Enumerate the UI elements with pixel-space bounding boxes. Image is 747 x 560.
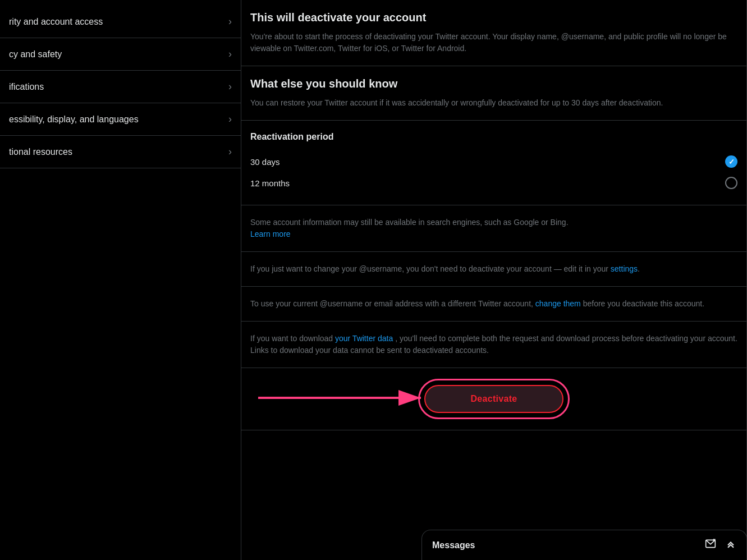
- settings-link[interactable]: settings: [611, 264, 638, 273]
- username-change-section: If you just want to change your @usernam…: [241, 252, 746, 287]
- sidebar-item-accessibility[interactable]: essibility, display, and languages ›: [0, 103, 241, 136]
- sidebar-item-label: cy and safety: [9, 49, 62, 59]
- main-content: This will deactivate your account You're…: [241, 0, 747, 560]
- current-username-section: To use your current @username or email a…: [241, 287, 746, 322]
- restore-text: You can restore your Twitter account if …: [250, 97, 737, 109]
- messages-icons: [705, 538, 736, 552]
- what-else-section: What else you should know You can restor…: [241, 66, 746, 121]
- deactivate-button[interactable]: Deactivate: [424, 385, 563, 413]
- twitter-data-link[interactable]: your Twitter data: [335, 334, 393, 343]
- what-else-title: What else you should know: [250, 77, 737, 90]
- radio-selected-icon: ✓: [725, 155, 737, 168]
- sidebar-item-notifications[interactable]: ifications ›: [0, 71, 241, 103]
- option-30-days-label: 30 days: [250, 157, 280, 167]
- compose-message-icon[interactable]: [705, 538, 716, 552]
- search-engines-text: Some account information may still be av…: [250, 217, 737, 240]
- title-section: This will deactivate your account You're…: [241, 0, 746, 66]
- sidebar: rity and account access › cy and safety …: [0, 0, 241, 560]
- current-username-text: To use your current @username or email a…: [250, 298, 737, 310]
- intro-text: You're about to start the process of dea…: [250, 31, 737, 54]
- radio-option-12-months[interactable]: 12 months: [250, 172, 737, 194]
- sidebar-item-label: essibility, display, and languages: [9, 114, 139, 125]
- username-change-text: If you just want to change your @usernam…: [250, 263, 737, 275]
- sidebar-item-privacy[interactable]: cy and safety ›: [0, 38, 241, 71]
- radio-option-30-days[interactable]: 30 days ✓: [250, 151, 737, 172]
- search-engines-section: Some account information may still be av…: [241, 205, 746, 252]
- learn-more-link[interactable]: Learn more: [250, 229, 291, 238]
- page-title: This will deactivate your account: [250, 11, 737, 24]
- sidebar-item-label: ifications: [9, 82, 44, 92]
- option-12-months-label: 12 months: [250, 178, 290, 188]
- sidebar-item-label: rity and account access: [9, 17, 103, 27]
- radio-unselected-icon: [725, 177, 737, 189]
- reactivation-title: Reactivation period: [250, 132, 737, 142]
- chevron-right-icon: ›: [228, 81, 232, 93]
- deactivate-button-section: Deactivate: [241, 368, 746, 430]
- download-data-section: If you want to download your Twitter dat…: [241, 322, 746, 368]
- sidebar-item-security[interactable]: rity and account access ›: [0, 6, 241, 38]
- reactivation-period-section: Reactivation period 30 days ✓ 12 months: [241, 121, 746, 205]
- chevron-right-icon: ›: [228, 113, 232, 125]
- messages-bar[interactable]: Messages: [421, 530, 747, 560]
- chevron-right-icon: ›: [228, 16, 232, 27]
- change-them-link[interactable]: change them: [535, 299, 581, 308]
- chevron-right-icon: ›: [228, 48, 232, 60]
- sidebar-item-additional[interactable]: tional resources ›: [0, 136, 241, 168]
- download-data-text: If you want to download your Twitter dat…: [250, 333, 737, 356]
- chevron-right-icon: ›: [228, 146, 232, 158]
- annotation-arrow: [253, 381, 443, 417]
- messages-title: Messages: [432, 540, 475, 550]
- collapse-messages-icon[interactable]: [725, 538, 736, 552]
- sidebar-item-label: tional resources: [9, 147, 72, 157]
